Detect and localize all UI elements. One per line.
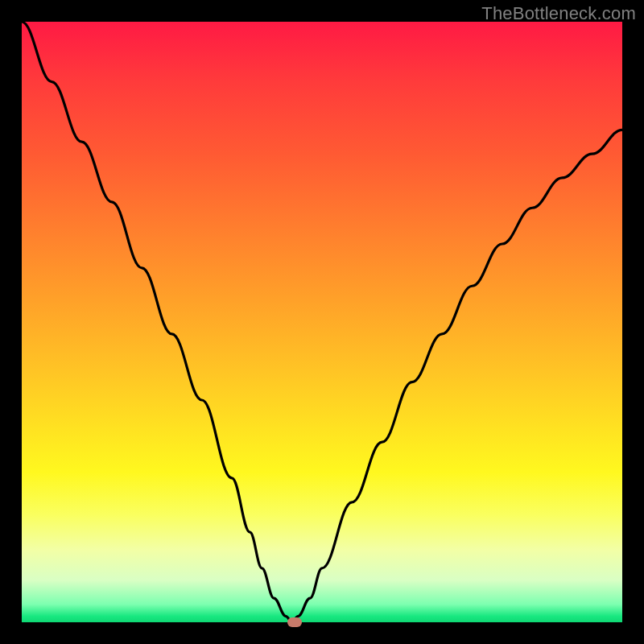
curve-path [22, 22, 622, 622]
bottleneck-curve [22, 22, 622, 622]
optimal-point-marker [287, 617, 302, 627]
chart-frame: TheBottleneck.com [0, 0, 644, 644]
plot-area [22, 22, 622, 622]
watermark-text: TheBottleneck.com [481, 3, 636, 24]
